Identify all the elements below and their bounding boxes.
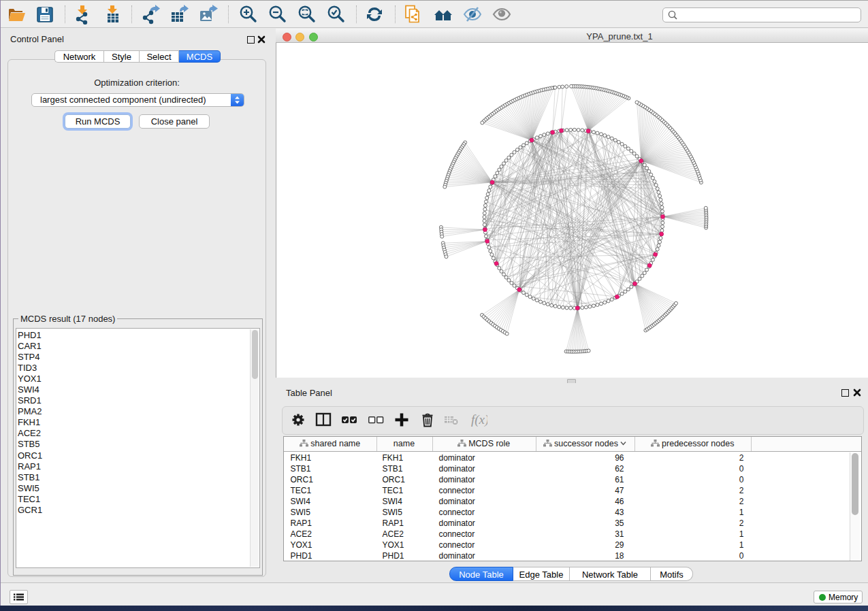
svg-text:f(x): f(x) bbox=[471, 412, 487, 427]
